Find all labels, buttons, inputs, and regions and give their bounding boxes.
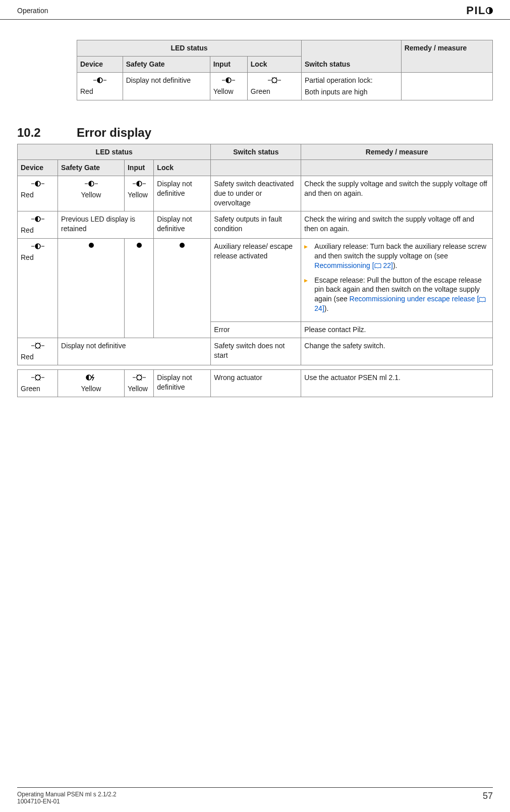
led-half-flash-icon: [92, 76, 107, 85]
table-row: Red Display not definitive Yellow Green …: [77, 72, 493, 100]
th-lock: Lock: [247, 56, 301, 72]
remedy-cell: [401, 72, 492, 100]
switch-status-cell: Partial operation lock: Both inputs are …: [301, 72, 401, 100]
brand-logo: PIL: [466, 4, 493, 17]
th-empty: [211, 160, 301, 176]
remedy: Change the safety switch.: [301, 338, 493, 365]
led-on-icon: [30, 373, 45, 382]
th-input: Input: [124, 160, 153, 176]
th-safety-gate: Safety Gate: [123, 56, 210, 72]
table-row: Red Previous LED display is retained Dis…: [18, 211, 493, 239]
lock-color: Green: [251, 87, 270, 95]
switch-status: Error: [211, 322, 301, 338]
svg-point-30: [137, 243, 142, 248]
device-color: Green: [21, 385, 40, 393]
th-input: Input: [210, 56, 247, 72]
th-led-status: LED status: [77, 40, 302, 57]
safety-gate-text: Display not definitive: [123, 72, 210, 100]
table-row: Red Display not definitive Safety switch…: [18, 338, 493, 365]
svg-point-40: [35, 375, 40, 380]
device-color: Red: [21, 191, 34, 199]
switch-status: Safety outputs in fault condition: [211, 211, 301, 239]
led-solid-icon: [136, 242, 143, 249]
safety-gate-color: Yellow: [81, 191, 101, 199]
led-on-icon: [132, 373, 147, 382]
remedy: Check the wiring and switch the supply v…: [301, 211, 493, 239]
switch-status: Safety switch deactivated due to under o…: [211, 176, 301, 211]
remedy: Please contact Pilz.: [301, 322, 493, 338]
switch-status: Wrong actuator: [211, 369, 301, 397]
th-remedy: Remedy / measure: [301, 144, 493, 160]
logo-half-circle-icon: [486, 7, 493, 14]
lock-text: Display not definitive: [154, 176, 211, 211]
section-name: Operation: [17, 7, 48, 15]
th-empty: [301, 160, 493, 176]
list-item: Auxiliary release: Turn back the auxilia…: [304, 242, 489, 270]
remedy-list: Auxiliary release: Turn back the auxilia…: [301, 238, 493, 321]
led-on-icon: [30, 341, 45, 350]
led-half-flash-icon: [132, 179, 147, 188]
safety-gate-span: Display not definitive: [58, 338, 211, 365]
svg-point-8: [272, 78, 277, 83]
book-icon: [479, 297, 486, 303]
th-lock: Lock: [154, 160, 211, 176]
lock-text: Display not definitive: [154, 211, 211, 239]
error-display-table-extra: Green Yellow Yellow Display not definiti…: [17, 369, 493, 397]
th-safety-gate: Safety Gate: [58, 160, 125, 176]
led-half-flash-icon: [84, 179, 99, 188]
th-switch-status: Switch status: [211, 144, 301, 160]
led-status-table-1: LED status Switch status Remedy / measur…: [77, 40, 493, 100]
header-bar: Operation PIL: [0, 0, 510, 20]
safety-gate-span: Previous LED display is retained: [58, 211, 154, 239]
led-half-flash-icon: [30, 214, 45, 224]
th-device: Device: [18, 160, 58, 176]
input-color: Yellow: [128, 191, 148, 199]
lock-text: Display not definitive: [154, 369, 211, 397]
remedy: Check the supply voltage and switch the …: [301, 176, 493, 211]
page-number: 57: [483, 791, 493, 805]
svg-point-48: [137, 375, 142, 380]
device-color: Red: [21, 353, 34, 361]
table-row: Green Yellow Yellow Display not definiti…: [18, 369, 493, 397]
input-color: Yellow: [128, 385, 148, 393]
book-icon: [374, 263, 381, 269]
link-recommissioning[interactable]: Recommissioning [ 22]: [314, 261, 393, 269]
footer-line2: 1004710-EN-01: [17, 798, 117, 805]
led-half-lightning-icon: [84, 373, 99, 382]
led-solid-icon: [179, 242, 186, 249]
table-row: Red Yellow Yellow Display not definitive…: [18, 176, 493, 211]
device-color: Red: [80, 87, 93, 95]
led-half-flash-icon: [221, 76, 236, 85]
input-color: Yellow: [213, 87, 234, 95]
safety-gate-color: Yellow: [81, 385, 101, 393]
svg-point-29: [89, 243, 94, 248]
footer: Operating Manual PSEN ml s 2.1/2.2 10047…: [17, 787, 493, 805]
th-device: Device: [77, 56, 123, 72]
led-half-flash-icon: [30, 179, 45, 188]
switch-status: Auxiliary release/ escape release activa…: [211, 238, 301, 321]
svg-point-33: [35, 343, 40, 348]
device-color: Red: [21, 226, 34, 234]
th-switch-status: Switch status: [301, 40, 401, 73]
error-display-table: LED status Switch status Remedy / measur…: [17, 144, 493, 365]
svg-point-31: [180, 243, 185, 248]
led-half-flash-icon: [30, 242, 45, 251]
table-row: Red Auxiliary release/ escape release ac…: [18, 238, 493, 321]
th-led-status: LED status: [18, 144, 211, 160]
device-color: Red: [21, 253, 34, 261]
switch-status: Safety switch does not start: [211, 338, 301, 365]
led-solid-icon: [88, 242, 95, 249]
remedy: Use the actuator PSEN ml 2.1.: [301, 369, 493, 397]
list-item: Escape release: Pull the button of the e…: [304, 276, 489, 314]
section-heading: 10.2Error display: [17, 126, 493, 140]
th-remedy: Remedy / measure: [401, 40, 492, 73]
led-on-icon: [267, 76, 282, 85]
footer-line1: Operating Manual PSEN ml s 2.1/2.2: [17, 791, 117, 798]
